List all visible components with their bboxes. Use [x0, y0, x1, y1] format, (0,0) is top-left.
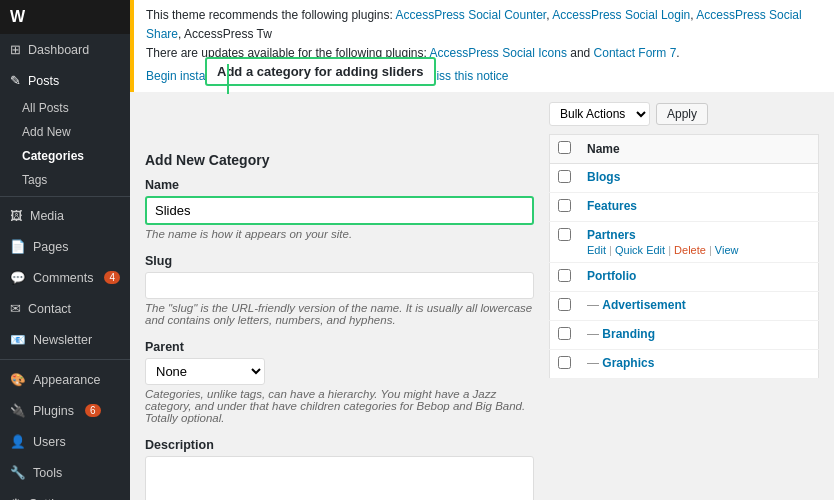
sidebar-item-appearance[interactable]: 🎨 Appearance: [0, 364, 130, 395]
newsletter-icon: 📧: [10, 332, 26, 347]
select-all-header: [550, 134, 580, 163]
row-action-delete[interactable]: Delete: [674, 244, 706, 256]
row-checkbox[interactable]: [558, 228, 571, 241]
name-help: The name is how it appears on your site.: [145, 228, 534, 240]
dashboard-icon: ⊞: [10, 42, 21, 57]
parent-label: Parent: [145, 340, 534, 354]
sidebar-item-users[interactable]: 👤 Users: [0, 426, 130, 457]
bulk-actions-select[interactable]: Bulk Actions: [549, 102, 650, 126]
select-all-checkbox[interactable]: [558, 141, 571, 154]
categories-table: Name BlogsFeaturesPartnersEdit | Quick E…: [549, 134, 819, 379]
sidebar-item-media[interactable]: 🖼 Media: [0, 201, 130, 231]
sidebar-item-posts[interactable]: ✎ Posts: [0, 65, 130, 96]
settings-icon: ⚙: [10, 496, 22, 500]
name-field-section: Name The name is how it appears on your …: [145, 178, 534, 240]
name-label: Name: [145, 178, 534, 192]
wp-logo-icon: W: [10, 8, 25, 26]
apply-button[interactable]: Apply: [656, 103, 708, 125]
parent-field-section: Parent None Categories, unlike tags, can…: [145, 340, 534, 424]
categories-table-section: Bulk Actions Apply Name: [549, 102, 819, 379]
row-actions: Edit | Quick Edit | Delete | View: [587, 244, 810, 256]
table-row: — Branding: [550, 320, 819, 349]
category-name-link[interactable]: Branding: [602, 327, 655, 341]
row-action-quick-edit[interactable]: Quick Edit: [615, 244, 665, 256]
category-name-link[interactable]: Blogs: [587, 170, 620, 184]
category-name-link[interactable]: Partners: [587, 228, 636, 242]
callout-top-box: Add a category for adding sliders: [205, 57, 436, 86]
row-checkbox[interactable]: [558, 298, 571, 311]
row-checkbox[interactable]: [558, 327, 571, 340]
sidebar-item-dashboard[interactable]: ⊞ Dashboard: [0, 34, 130, 65]
slug-input[interactable]: [145, 272, 534, 299]
add-category-form: Add a category for adding sliders Add Ne…: [145, 102, 534, 500]
category-name-link[interactable]: Portfolio: [587, 269, 636, 283]
contact-icon: ✉: [10, 301, 21, 316]
sidebar-item-all-posts[interactable]: All Posts: [0, 96, 130, 120]
bulk-actions-row: Bulk Actions Apply: [549, 102, 819, 126]
main-content: This theme recommends the following plug…: [130, 0, 834, 500]
parent-help: Categories, unlike tags, can have a hier…: [145, 388, 534, 424]
pages-icon: 📄: [10, 239, 26, 254]
plugins-badge: 6: [85, 404, 101, 417]
name-input[interactable]: [145, 196, 534, 225]
sidebar-item-categories[interactable]: Categories: [0, 144, 130, 168]
sidebar-item-plugins[interactable]: 🔌 Plugins 6: [0, 395, 130, 426]
table-row: Portfolio: [550, 262, 819, 291]
callout-top-text: Add a category for adding sliders: [217, 64, 424, 79]
table-row: Features: [550, 192, 819, 221]
row-checkbox[interactable]: [558, 269, 571, 282]
slug-help: The "slug" is the URL-friendly version o…: [145, 302, 534, 326]
description-textarea[interactable]: [145, 456, 534, 500]
name-column-header: Name: [579, 134, 819, 163]
sidebar-item-comments[interactable]: 💬 Comments 4: [0, 262, 130, 293]
sidebar-item-contact[interactable]: ✉ Contact: [0, 293, 130, 324]
sidebar-item-pages[interactable]: 📄 Pages: [0, 231, 130, 262]
category-name-link[interactable]: Advertisement: [602, 298, 685, 312]
comments-badge: 4: [104, 271, 120, 284]
sidebar-logo: W: [0, 0, 130, 34]
sidebar-item-tools[interactable]: 🔧 Tools: [0, 457, 130, 488]
sidebar-item-settings[interactable]: ⚙ Settings: [0, 488, 130, 500]
table-row: PartnersEdit | Quick Edit | Delete | Vie…: [550, 221, 819, 262]
users-icon: 👤: [10, 434, 26, 449]
category-name-link[interactable]: Graphics: [602, 356, 654, 370]
add-category-title: Add New Category: [145, 152, 534, 168]
row-checkbox[interactable]: [558, 356, 571, 369]
appearance-icon: 🎨: [10, 372, 26, 387]
notice-plugin-social-icons[interactable]: AccessPress Social Icons: [430, 46, 567, 60]
notice-contact-form[interactable]: Contact Form 7: [594, 46, 677, 60]
table-row: Blogs: [550, 163, 819, 192]
posts-icon: ✎: [10, 73, 21, 88]
sidebar: W ⊞ Dashboard ✎ Posts All Posts Add New …: [0, 0, 130, 500]
slug-label: Slug: [145, 254, 534, 268]
tools-icon: 🔧: [10, 465, 26, 480]
notice-line1: This theme recommends the following plug…: [146, 8, 395, 22]
notice-plugin-social-counter[interactable]: AccessPress Social Counter: [395, 8, 546, 22]
row-checkbox[interactable]: [558, 170, 571, 183]
table-row: — Graphics: [550, 349, 819, 378]
sidebar-item-tags[interactable]: Tags: [0, 168, 130, 192]
notice-plugin-social-login[interactable]: AccessPress Social Login: [552, 8, 690, 22]
category-name-link[interactable]: Features: [587, 199, 637, 213]
media-icon: 🖼: [10, 209, 23, 223]
row-action-edit[interactable]: Edit: [587, 244, 606, 256]
parent-select[interactable]: None: [145, 358, 265, 385]
plugins-icon: 🔌: [10, 403, 26, 418]
sidebar-item-add-new[interactable]: Add New: [0, 120, 130, 144]
row-checkbox[interactable]: [558, 199, 571, 212]
description-field-section: Description Click on Add New Category to…: [145, 438, 534, 500]
description-label: Description: [145, 438, 534, 452]
comments-icon: 💬: [10, 270, 26, 285]
slug-field-section: Slug The "slug" is the URL-friendly vers…: [145, 254, 534, 326]
table-row: — Advertisement: [550, 291, 819, 320]
sidebar-item-newsletter[interactable]: 📧 Newsletter: [0, 324, 130, 355]
row-action-view[interactable]: View: [715, 244, 739, 256]
